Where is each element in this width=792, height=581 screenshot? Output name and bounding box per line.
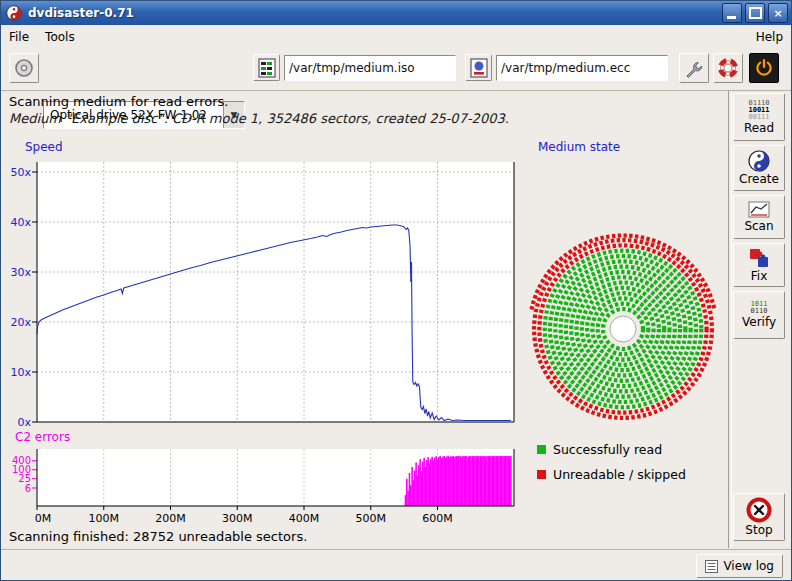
x-tick-label: 500M [356, 512, 387, 525]
x-tick-label: 200M [155, 512, 186, 525]
menu-help[interactable]: Help [748, 27, 791, 47]
log-icon [705, 560, 718, 573]
iso-file-button[interactable] [253, 54, 280, 81]
scan-label: Scan [744, 219, 773, 233]
x-tick-label: 0M [35, 512, 52, 525]
lifering-icon [717, 57, 739, 79]
ecc-file-button[interactable] [465, 54, 492, 81]
verify-button[interactable]: 1011 0110 Verify [733, 291, 785, 339]
speed-chart: 0x10x20x30x40x50x [1, 156, 521, 436]
window-title: dvdisaster-0.71 [28, 6, 722, 20]
menubar: File Tools Help [1, 25, 791, 49]
minimize-button[interactable] [722, 3, 742, 23]
x-tick-label: 300M [222, 512, 253, 525]
verify-label: Verify [742, 315, 776, 329]
scan-graph-icon [748, 201, 770, 219]
app-yinyang-icon [6, 5, 22, 21]
legend-ok-swatch [537, 445, 546, 454]
toolbar: Optical drive 52X FW 1.02 ▼ [1, 48, 791, 91]
legend-bad-label: Unreadable / skipped [553, 467, 686, 482]
medium-state-title: Medium state [538, 140, 620, 154]
lifering-logo-button[interactable] [713, 53, 743, 83]
create-button[interactable]: Create [733, 145, 785, 191]
c2-tick-label: 6 [25, 483, 31, 494]
speed-chart-title: Speed [25, 140, 63, 154]
yinyang-icon [748, 150, 770, 172]
plot-bg [37, 162, 514, 422]
scan-button[interactable]: Scan [733, 195, 785, 239]
legend-bad: Unreadable / skipped [537, 467, 686, 482]
puzzle-icon [748, 247, 770, 269]
legend-ok: Successfully read [537, 442, 662, 457]
ecc-file-icon [470, 58, 488, 78]
titlebar[interactable]: dvdisaster-0.71 × [1, 1, 791, 25]
image-file-icon [258, 58, 276, 78]
view-log-label: View log [723, 559, 774, 573]
y-tick-label: 0x [17, 416, 31, 429]
drive-eject-button[interactable] [9, 53, 39, 83]
x-tick-label: 100M [89, 512, 120, 525]
preferences-button[interactable] [679, 53, 709, 83]
stop-label: Stop [745, 523, 772, 537]
read-label: Read [744, 121, 774, 135]
bottom-bar: View log [1, 549, 791, 581]
drive-icon [14, 58, 34, 78]
create-label: Create [739, 172, 779, 186]
maximize-button[interactable] [745, 3, 765, 23]
status-line-2: Medium "Example disc": CD-R mode 1, 3524… [9, 111, 509, 126]
y-tick-label: 40x [10, 216, 31, 229]
disc-hole [610, 316, 636, 342]
scan-result-status: Scanning finished: 28752 unreadable sect… [9, 529, 307, 544]
stop-button[interactable]: Stop [733, 493, 785, 541]
y-tick-label: 10x [10, 366, 31, 379]
status-line-1: Scanning medium for read errors. [9, 94, 228, 109]
y-tick-label: 20x [10, 316, 31, 329]
app-window: dvdisaster-0.71 × File Tools Help Optica… [0, 0, 792, 581]
legend-ok-label: Successfully read [553, 442, 662, 457]
menu-file[interactable]: File [1, 27, 37, 47]
legend-bad-swatch [537, 470, 546, 479]
fix-button[interactable]: Fix [733, 243, 785, 287]
x-tick-label: 400M [289, 512, 320, 525]
y-tick-label: 30x [10, 266, 31, 279]
x-tick-label: 600M [422, 512, 453, 525]
read-bits-icon: 01110 10011 00111 [748, 100, 769, 121]
y-tick-label: 50x [10, 166, 31, 179]
close-button[interactable]: × [768, 3, 788, 23]
c2-error-chart: 4001002560M100M200M300M400M500M600M [1, 447, 521, 527]
ecc-path-input[interactable] [496, 55, 668, 81]
power-icon [753, 57, 775, 79]
read-button[interactable]: 01110 10011 00111 Read [733, 93, 785, 141]
menu-tools[interactable]: Tools [37, 27, 83, 47]
iso-path-input[interactable] [284, 55, 456, 81]
stop-icon [746, 497, 772, 523]
medium-state-disc [523, 229, 723, 429]
verify-bits-icon: 1011 0110 [751, 301, 768, 315]
quit-button[interactable] [749, 53, 779, 83]
sidebar-separator [728, 91, 732, 548]
view-log-button[interactable]: View log [696, 554, 783, 578]
fix-label: Fix [751, 269, 767, 283]
wrench-icon [683, 57, 705, 79]
